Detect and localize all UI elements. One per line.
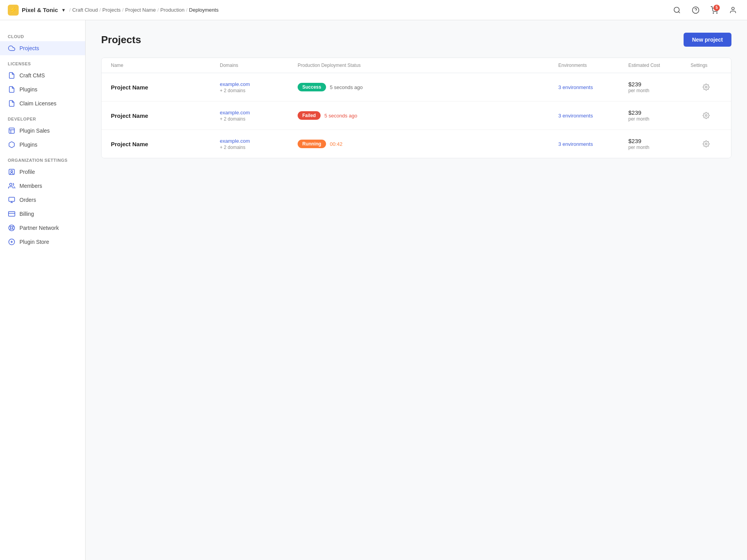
sidebar-item-members[interactable]: Members: [0, 179, 85, 193]
cost-period: per month: [628, 88, 691, 93]
cart-badge: 5: [714, 5, 720, 11]
row-settings-icon[interactable]: [691, 140, 722, 147]
header-domains: Domains: [220, 63, 298, 68]
breadcrumb-project-name[interactable]: Project Name: [125, 7, 156, 13]
search-icon[interactable]: [671, 4, 683, 16]
sidebar-item-partner-network[interactable]: Partner Network: [0, 221, 85, 235]
header-environments: Environments: [558, 63, 628, 68]
help-icon[interactable]: [689, 4, 702, 16]
status-time: 5 seconds ago: [330, 84, 363, 90]
row-settings-icon[interactable]: [691, 112, 722, 119]
sidebar-profile-label: Profile: [19, 169, 35, 175]
status-cell: Success 5 seconds ago: [298, 83, 558, 91]
plugin-store-icon: [8, 238, 16, 246]
project-name: Project Name: [111, 112, 220, 119]
svg-point-6: [732, 7, 735, 10]
sidebar-item-craft-cms[interactable]: Craft CMS: [0, 68, 85, 82]
svg-point-23: [705, 86, 707, 88]
cost-amount: $239: [628, 138, 691, 144]
sidebar-item-plugin-store[interactable]: Plugin Store: [0, 235, 85, 249]
svg-point-0: [674, 7, 679, 12]
breadcrumb-production[interactable]: Production: [160, 7, 184, 13]
cart-icon[interactable]: 5: [708, 4, 721, 16]
domain-extra: + 2 domains: [220, 116, 298, 122]
breadcrumb-deployments[interactable]: Deployments: [189, 7, 219, 13]
sidebar: Cloud Projects Licenses Craft CMS Plugin…: [0, 20, 86, 560]
status-time: 5 seconds ago: [324, 113, 358, 119]
sidebar-orders-label: Orders: [19, 197, 36, 203]
sidebar-plugin-store-label: Plugin Store: [19, 239, 49, 245]
row-settings-icon[interactable]: [691, 84, 722, 91]
new-project-button[interactable]: New project: [684, 33, 731, 47]
sidebar-item-projects[interactable]: Projects: [0, 41, 85, 55]
header-cost: Estimated Cost: [628, 63, 691, 68]
plugins-license-icon: [8, 86, 16, 93]
status-cell: Running 00:42: [298, 140, 558, 148]
project-domain-link[interactable]: example.com: [220, 138, 298, 144]
user-icon[interactable]: [727, 4, 739, 16]
sidebar-plugin-sales-label: Plugin Sales: [19, 128, 50, 134]
sidebar-partner-network-label: Partner Network: [19, 225, 59, 231]
status-badge-success: Success: [298, 83, 326, 91]
cloud-icon: [8, 44, 16, 52]
status-badge-running: Running: [298, 140, 326, 148]
svg-line-18: [12, 226, 14, 227]
sidebar-claim-licenses-label: Claim Licenses: [19, 100, 56, 107]
svg-line-1: [679, 11, 680, 13]
svg-point-4: [713, 12, 714, 13]
sidebar-item-plugins-dev[interactable]: Plugins: [0, 138, 85, 152]
page-header: Projects New project: [101, 33, 731, 47]
project-domain-link[interactable]: example.com: [220, 81, 298, 87]
sidebar-billing-label: Billing: [19, 211, 34, 217]
projects-table: Name Domains Production Deployment Statu…: [101, 58, 731, 158]
cost-amount: $239: [628, 81, 691, 88]
sidebar-item-billing[interactable]: Billing: [0, 207, 85, 221]
brand-name: Pixel & Tonic: [22, 7, 58, 13]
sidebar-plugins-dev-label: Plugins: [19, 142, 37, 148]
status-time: 00:42: [330, 141, 343, 147]
svg-point-9: [11, 170, 13, 172]
sidebar-item-orders[interactable]: Orders: [0, 193, 85, 207]
cost-amount: $239: [628, 109, 691, 116]
sidebar-item-claim-licenses[interactable]: Claim Licenses: [0, 96, 85, 110]
status-badge-failed: Failed: [298, 111, 321, 120]
brand-logo[interactable]: ⚡ Pixel & Tonic ▾: [8, 5, 65, 16]
craft-cms-icon: [8, 72, 16, 79]
brand-icon: ⚡: [8, 5, 19, 16]
table-header: Name Domains Production Deployment Statu…: [102, 58, 731, 73]
cost-period: per month: [628, 116, 691, 122]
environments-link[interactable]: 3 environments: [558, 84, 593, 90]
sidebar-item-profile[interactable]: Profile: [0, 165, 85, 179]
partner-network-icon: [8, 224, 16, 232]
svg-point-5: [717, 12, 717, 13]
project-domain-link[interactable]: example.com: [220, 110, 298, 116]
profile-icon: [8, 168, 16, 176]
svg-line-17: [12, 229, 14, 230]
sidebar-members-label: Members: [19, 183, 42, 189]
table-row: Project Name example.com + 2 domains Suc…: [102, 73, 731, 102]
svg-point-15: [11, 227, 13, 229]
members-icon: [8, 182, 16, 190]
header-status: Production Deployment Status: [298, 63, 558, 68]
main-layout: Cloud Projects Licenses Craft CMS Plugin…: [0, 20, 747, 560]
sidebar-section-developer: Developer: [0, 117, 85, 121]
domain-extra: + 2 domains: [220, 145, 298, 150]
sidebar-item-plugin-sales[interactable]: Plugin Sales: [0, 124, 85, 138]
breadcrumb-projects[interactable]: Projects: [102, 7, 121, 13]
sidebar-item-plugins-license[interactable]: Plugins: [0, 82, 85, 96]
main-content: Projects New project Name Domains Produc…: [86, 20, 747, 560]
svg-point-24: [705, 115, 707, 117]
table-row: Project Name example.com + 2 domains Run…: [102, 130, 731, 158]
svg-rect-7: [9, 128, 14, 133]
brand-chevron-icon: ▾: [62, 7, 65, 13]
breadcrumb-craft-cloud[interactable]: Craft Cloud: [72, 7, 98, 13]
claim-licenses-icon: [8, 100, 16, 107]
svg-rect-12: [9, 212, 15, 216]
environments-link[interactable]: 3 environments: [558, 113, 593, 119]
environments-link[interactable]: 3 environments: [558, 141, 593, 147]
svg-rect-11: [9, 197, 15, 201]
status-cell: Failed 5 seconds ago: [298, 111, 558, 120]
sidebar-section-licenses: Licenses: [0, 61, 85, 66]
topnav-actions: 5: [671, 4, 739, 16]
svg-line-16: [10, 226, 11, 227]
